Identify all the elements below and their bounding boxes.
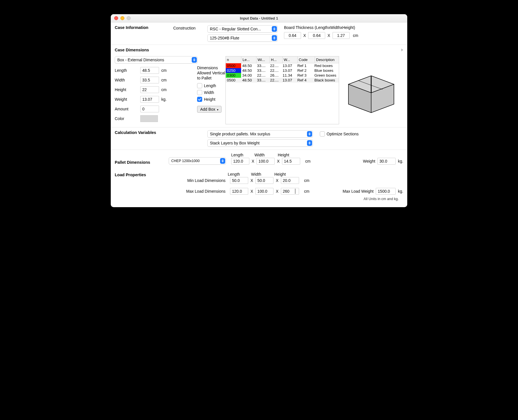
col-height[interactable]: H... bbox=[270, 56, 283, 63]
pallet-weight-input[interactable]: 30.0 bbox=[377, 158, 396, 165]
multiply-label: X bbox=[327, 33, 330, 38]
length-unit: cm bbox=[161, 68, 167, 73]
width-label: Width bbox=[115, 78, 140, 82]
add-box-button[interactable]: Add Box ▾ bbox=[197, 106, 222, 113]
pallet-weight-label: Weight bbox=[363, 159, 375, 163]
checkbox-icon bbox=[197, 97, 202, 102]
box-preview bbox=[339, 56, 403, 124]
section-calculation-variables: Calculation Variables Single product pal… bbox=[111, 127, 407, 150]
multiply-label: X bbox=[250, 189, 253, 194]
table-row[interactable]: 050048.5033....22....13.07Ref 1Red boxes bbox=[226, 63, 339, 68]
pallet-length-input[interactable]: 120.0 bbox=[231, 158, 249, 165]
thickness-width-input[interactable]: 0.64 bbox=[308, 32, 325, 39]
table-cell: 48.50 bbox=[241, 68, 256, 73]
table-cell: 22.... bbox=[269, 78, 281, 83]
pallet-type-select[interactable]: CHEP 1200x1000 bbox=[169, 157, 226, 165]
col-code[interactable]: Code bbox=[298, 56, 315, 63]
thickness-length-input[interactable]: 0.64 bbox=[284, 32, 301, 39]
max-weight-input[interactable]: 1500.0 bbox=[376, 188, 396, 195]
chevron-updown-icon bbox=[307, 131, 312, 137]
chevron-updown-icon bbox=[220, 158, 225, 164]
col-n[interactable]: n bbox=[226, 56, 241, 63]
dimension-mode-value: Box - External Dimensions bbox=[117, 58, 164, 62]
chevron-updown-icon bbox=[272, 35, 277, 41]
flute-select-value: 125-250#B Flute bbox=[210, 36, 239, 40]
pallet-unit: cm bbox=[305, 159, 311, 163]
checkbox-label: Height bbox=[204, 97, 215, 102]
optimize-sections-checkbox[interactable]: Optimize Sections bbox=[320, 131, 359, 136]
multiply-label: X bbox=[276, 178, 278, 183]
add-box-label: Add Box bbox=[200, 107, 215, 112]
table-cell: 22.... bbox=[269, 68, 281, 73]
min-length-input[interactable]: 50.0 bbox=[230, 177, 248, 184]
checkbox-label: Length bbox=[204, 83, 216, 88]
max-height-input[interactable]: 260 bbox=[281, 188, 299, 195]
table-cell: Blue boxes bbox=[313, 68, 339, 73]
height-vertical-checkbox[interactable]: Height bbox=[197, 97, 215, 102]
calc-heading: Calculation Variables bbox=[115, 130, 207, 135]
dimension-mode-select[interactable]: Box - External Dimensions bbox=[115, 56, 198, 64]
pallet-width-label: Width bbox=[254, 153, 278, 157]
min-unit: cm bbox=[304, 178, 310, 183]
calc-mode-value: Single product pallets. Mix surplus bbox=[210, 132, 270, 136]
min-width-input[interactable]: 50.0 bbox=[255, 177, 273, 184]
table-cell: 13.07 bbox=[281, 68, 296, 73]
col-description[interactable]: Description bbox=[315, 56, 339, 63]
max-length-input[interactable]: 120.0 bbox=[230, 188, 248, 195]
max-width-input[interactable]: 100.0 bbox=[255, 188, 273, 195]
stack-mode-select[interactable]: Stack Layers by Box Weight bbox=[207, 139, 313, 147]
col-weight[interactable]: W... bbox=[283, 56, 298, 63]
pallet-length-label: Length bbox=[231, 153, 254, 157]
width-vertical-checkbox[interactable]: Width bbox=[197, 90, 214, 95]
chevron-right-icon[interactable] bbox=[401, 48, 403, 52]
pallet-height-label: Height bbox=[278, 153, 301, 157]
checkbox-label: Width bbox=[204, 90, 214, 95]
load-height-label: Height bbox=[274, 172, 298, 177]
table-cell: Green boxes bbox=[313, 73, 339, 78]
dropdown-arrow-icon: ▾ bbox=[217, 108, 218, 111]
col-width[interactable]: Wi... bbox=[256, 56, 270, 63]
load-heading: Load Properties bbox=[115, 173, 169, 177]
pallet-width-input[interactable]: 100.0 bbox=[256, 158, 275, 165]
flute-select[interactable]: 125-250#B Flute bbox=[207, 34, 278, 42]
dims-allowed-label: Dimensions Allowed Vertical to Pallet bbox=[197, 65, 225, 81]
amount-input[interactable]: 0 bbox=[140, 106, 159, 112]
titlebar: Input Data - Untitled 1 bbox=[111, 14, 407, 22]
table-cell: Black boxes bbox=[313, 78, 339, 83]
table-row[interactable]: 025048.5033....22....13.07Ref 2Blue boxe… bbox=[226, 68, 339, 73]
table-cell: 33.... bbox=[256, 68, 269, 73]
multiply-label: X bbox=[303, 33, 306, 38]
table-cell: 13.07 bbox=[281, 63, 296, 68]
box-table[interactable]: n Le... Wi... H... W... Code Description… bbox=[225, 56, 339, 124]
length-input[interactable]: 48.5 bbox=[140, 67, 159, 74]
height-input[interactable]: 22 bbox=[140, 86, 159, 93]
thickness-unit: cm bbox=[353, 33, 358, 38]
thickness-height-input[interactable]: 1.27 bbox=[333, 32, 350, 39]
box-icon bbox=[343, 64, 400, 116]
color-swatch[interactable] bbox=[140, 115, 158, 122]
weight-label: Weight bbox=[115, 97, 140, 102]
min-height-input[interactable]: 20.0 bbox=[281, 177, 299, 184]
section-case-dimensions: Case Dimensions Box - External Dimension… bbox=[111, 45, 407, 127]
construction-select[interactable]: RSC - Regular Slotted Con... bbox=[207, 25, 278, 33]
calc-mode-select[interactable]: Single product pallets. Mix surplus bbox=[207, 130, 313, 138]
construction-label: Construction bbox=[173, 25, 207, 30]
max-height-value: 260 bbox=[283, 189, 289, 194]
pallet-weight-unit: kg. bbox=[398, 159, 403, 163]
max-weight-label: Max Load Weight bbox=[343, 189, 374, 194]
table-cell: 34.00 bbox=[241, 73, 256, 78]
multiply-label: X bbox=[276, 189, 278, 194]
width-input[interactable]: 33.5 bbox=[140, 77, 159, 83]
table-cell: 22.... bbox=[256, 73, 269, 78]
table-body: 050048.5033....22....13.07Ref 1Red boxes… bbox=[226, 63, 339, 83]
height-label: Height bbox=[115, 87, 140, 92]
table-row[interactable]: 030034.0022....26....11.34Ref 3Green box… bbox=[226, 73, 339, 78]
table-cell: 0300 bbox=[226, 73, 241, 78]
length-vertical-checkbox[interactable]: Length bbox=[197, 83, 216, 88]
weight-input[interactable]: 13.07 bbox=[140, 96, 159, 103]
table-cell: Red boxes bbox=[313, 63, 339, 68]
table-cell: 33.... bbox=[256, 63, 269, 68]
pallet-height-input[interactable]: 14.5 bbox=[282, 158, 300, 165]
table-row[interactable]: 050048.5033....22....13.07Ref 4Black box… bbox=[226, 78, 339, 83]
col-length[interactable]: Le... bbox=[241, 56, 256, 63]
